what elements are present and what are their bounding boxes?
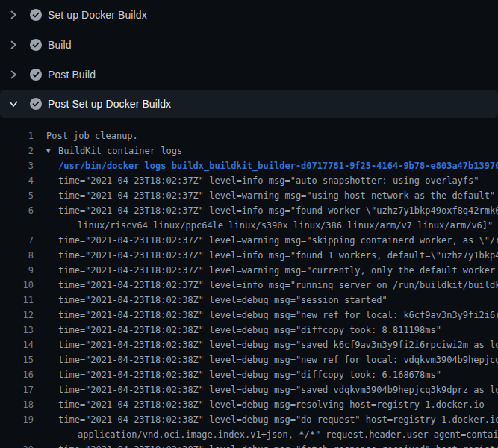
check-circle-icon: [30, 69, 42, 81]
line-number[interactable]: 15: [0, 352, 34, 367]
step-label: Build: [48, 39, 72, 51]
line-number[interactable]: 7: [0, 233, 34, 248]
log-row: linux/riscv64 linux/ppc64le linux/s390x …: [0, 218, 498, 233]
log-row: 16time="2021-04-23T18:02:38Z" level=debu…: [0, 367, 498, 382]
line-number[interactable]: 5: [0, 188, 34, 203]
log-text: time="2021-04-23T18:02:38Z" level=debug …: [34, 308, 498, 323]
log-text: time="2021-04-23T18:02:37Z" level=warnin…: [34, 263, 498, 278]
log-text: time="2021-04-23T18:02:37Z" level=info m…: [34, 278, 498, 293]
log-row: 6time="2021-04-23T18:02:37Z" level=info …: [0, 203, 498, 218]
log-text: /usr/bin/docker logs buildx_buildkit_bui…: [34, 158, 498, 173]
line-number[interactable]: 4: [0, 173, 34, 188]
line-number[interactable]: 6: [0, 203, 34, 218]
line-number[interactable]: 1: [0, 128, 34, 143]
log-row: 7time="2021-04-23T18:02:37Z" level=warni…: [0, 233, 498, 248]
line-number[interactable]: 20: [0, 442, 34, 448]
log-row: 9time="2021-04-23T18:02:37Z" level=warni…: [0, 263, 498, 278]
line-number[interactable]: 3: [0, 158, 34, 173]
line-number[interactable]: 2: [0, 143, 34, 158]
log-row: 4time="2021-04-23T18:02:37Z" level=info …: [0, 173, 498, 188]
log-row: 20time="2021-04-23T18:02:38Z" level=debu…: [0, 442, 498, 448]
log-row: 15time="2021-04-23T18:02:38Z" level=debu…: [0, 352, 498, 367]
line-number[interactable]: 16: [0, 367, 34, 382]
log-row: 19time="2021-04-23T18:02:38Z" level=debu…: [0, 412, 498, 427]
line-number[interactable]: 8: [0, 248, 34, 263]
log-text: application/vnd.oci.image.index.v1+json,…: [34, 427, 498, 442]
log-text: time="2021-04-23T18:02:38Z" level=debug …: [34, 382, 498, 397]
log-text: time="2021-04-23T18:02:38Z" level=debug …: [34, 442, 498, 448]
log-text: time="2021-04-23T18:02:37Z" level=info m…: [34, 248, 498, 263]
log-text: time="2021-04-23T18:02:37Z" level=warnin…: [34, 233, 498, 248]
log-text: time="2021-04-23T18:02:38Z" level=debug …: [34, 323, 441, 337]
line-number[interactable]: 12: [0, 308, 34, 323]
chevron-right-icon: [7, 39, 19, 51]
line-number[interactable]: 11: [0, 293, 34, 308]
chevron-down-icon: [7, 98, 19, 110]
log-text: time="2021-04-23T18:02:38Z" level=debug …: [34, 367, 441, 382]
log-text: Post job cleanup.: [34, 128, 138, 143]
line-number[interactable]: 9: [0, 263, 34, 278]
log-row: 12time="2021-04-23T18:02:38Z" level=debu…: [0, 308, 498, 323]
log-text: time="2021-04-23T18:02:38Z" level=debug …: [34, 412, 498, 427]
log-row: 3/usr/bin/docker logs buildx_buildkit_bu…: [0, 158, 498, 173]
log-group-label: BuildKit container logs: [58, 146, 182, 156]
log-row: 8time="2021-04-23T18:02:37Z" level=info …: [0, 248, 498, 263]
log-container: 1Post job cleanup.2▼BuildKit container l…: [0, 118, 498, 448]
log-row: 10time="2021-04-23T18:02:37Z" level=info…: [0, 278, 498, 293]
line-number[interactable]: 19: [0, 412, 34, 427]
check-circle-icon: [30, 9, 42, 21]
step-label: Post Set up Docker Buildx: [48, 98, 171, 110]
chevron-right-icon: [7, 69, 19, 81]
log-row: 13time="2021-04-23T18:02:38Z" level=debu…: [0, 323, 498, 337]
log-text: time="2021-04-23T18:02:37Z" level=warnin…: [34, 188, 495, 203]
log-text: time="2021-04-23T18:02:37Z" level=info m…: [34, 173, 479, 188]
step-row-post-build[interactable]: Post Build: [0, 60, 498, 90]
log-text: time="2021-04-23T18:02:38Z" level=debug …: [34, 337, 498, 352]
line-number[interactable]: 17: [0, 382, 34, 397]
check-circle-icon: [30, 98, 42, 110]
log-text: time="2021-04-23T18:02:38Z" level=debug …: [34, 293, 387, 308]
log-row: 2▼BuildKit container logs: [0, 143, 498, 158]
log-row: 1Post job cleanup.: [0, 128, 498, 143]
line-number[interactable]: 13: [0, 323, 34, 337]
log-text: linux/riscv64 linux/ppc64le linux/s390x …: [34, 218, 493, 233]
log-row: 17time="2021-04-23T18:02:38Z" level=debu…: [0, 382, 498, 397]
line-number[interactable]: 14: [0, 337, 34, 352]
step-row-set-up-docker-buildx[interactable]: Set up Docker Buildx: [0, 0, 498, 30]
log-row: 18time="2021-04-23T18:02:38Z" level=debu…: [0, 397, 498, 412]
log-row: application/vnd.oci.image.index.v1+json,…: [0, 427, 498, 442]
log-text: time="2021-04-23T18:02:38Z" level=debug …: [34, 352, 498, 367]
chevron-right-icon: [7, 9, 19, 21]
log-row: 5time="2021-04-23T18:02:37Z" level=warni…: [0, 188, 498, 203]
collapse-triangle-icon: ▼: [46, 143, 58, 158]
log-text: time="2021-04-23T18:02:38Z" level=debug …: [34, 397, 485, 412]
step-row-build[interactable]: Build: [0, 30, 498, 60]
log-row: 11time="2021-04-23T18:02:38Z" level=debu…: [0, 293, 498, 308]
log-row: 14time="2021-04-23T18:02:38Z" level=debu…: [0, 337, 498, 352]
log-text: time="2021-04-23T18:02:37Z" level=info m…: [34, 203, 498, 218]
line-number[interactable]: 18: [0, 397, 34, 412]
line-number: [0, 427, 34, 442]
check-circle-icon: [30, 39, 42, 51]
step-label: Set up Docker Buildx: [48, 9, 147, 21]
log-group-toggle[interactable]: ▼BuildKit container logs: [34, 143, 182, 158]
line-number[interactable]: 10: [0, 278, 34, 293]
line-number: [0, 218, 34, 233]
workflow-log-panel: Set up Docker Buildx Build Post Build Po…: [0, 0, 498, 448]
step-row-post-set-up-docker-buildx[interactable]: Post Set up Docker Buildx: [0, 90, 498, 118]
step-label: Post Build: [48, 69, 96, 81]
